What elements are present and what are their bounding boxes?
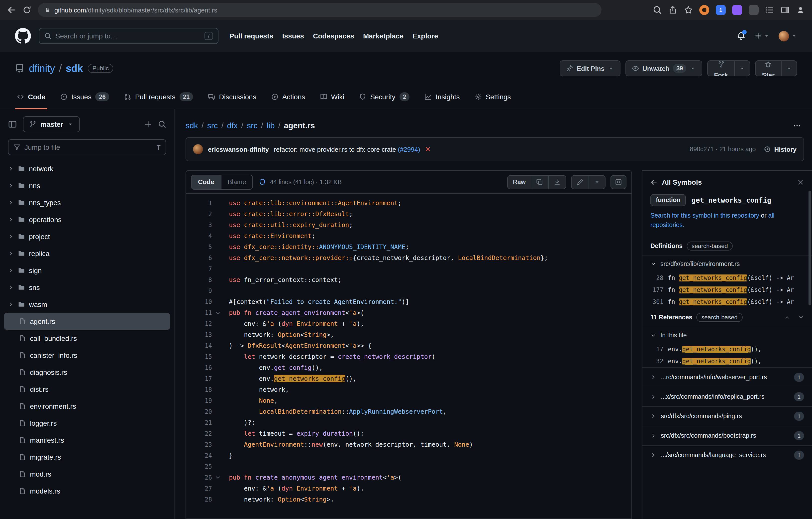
commit-author-avatar[interactable] [193, 144, 203, 154]
tree-folder-sign[interactable]: sign [4, 262, 170, 279]
raw-button[interactable]: Raw [508, 175, 531, 188]
fold-toggle[interactable] [212, 472, 224, 483]
nav-explore[interactable]: Explore [412, 32, 438, 40]
star-dropdown-button[interactable] [781, 60, 797, 76]
nav-marketplace[interactable]: Marketplace [363, 32, 404, 40]
repo-owner-link[interactable]: dfinity [29, 63, 55, 74]
refresh-icon[interactable] [23, 5, 31, 15]
edit-dropdown-button[interactable] [588, 175, 605, 188]
breadcrumb-link-src[interactable]: src [247, 121, 258, 130]
global-search[interactable]: / [39, 28, 219, 44]
definition-row[interactable]: 28fn get_networks_config(&self) -> Ar [642, 272, 812, 284]
tab-code[interactable]: Code [11, 85, 51, 109]
tab-wiki[interactable]: Wiki [314, 85, 350, 109]
line-number[interactable]: 15 [186, 351, 212, 362]
commit-sha-time[interactable]: 890c271 · 21 hours ago [690, 146, 756, 153]
line-number[interactable]: 2 [186, 209, 212, 220]
commit-author[interactable]: ericswanson-dfinity [208, 145, 269, 153]
nav-codespaces[interactable]: Codespaces [313, 32, 354, 40]
commit-message[interactable]: refactor: move provider.rs to dfx-core c… [274, 145, 420, 153]
tree-folder-nns[interactable]: nns [4, 177, 170, 194]
tree-file-mod-rs[interactable]: mod.rs [4, 466, 170, 483]
tree-file-canister-info-rs[interactable]: canister_info.rs [4, 347, 170, 364]
collapse-panel-icon[interactable] [8, 120, 17, 129]
share-icon[interactable] [668, 5, 677, 15]
tab-security[interactable]: Security2 [353, 85, 416, 109]
history-button[interactable]: History [764, 145, 796, 153]
tree-file-diagnosis-rs[interactable]: diagnosis.rs [4, 364, 170, 381]
line-number[interactable]: 18 [186, 384, 212, 395]
file-reference-row[interactable]: .../src/commands/language_service.rs1 [642, 445, 812, 465]
tree-file-manifest-rs[interactable]: manifest.rs [4, 432, 170, 448]
reference-row[interactable]: 32env.get_networks_config(), [642, 355, 812, 367]
search-input[interactable] [55, 32, 201, 40]
edit-button[interactable] [572, 175, 588, 188]
download-button[interactable] [548, 175, 566, 188]
extension-icon-orange[interactable] [699, 5, 709, 15]
line-number[interactable]: 5 [186, 242, 212, 252]
tree-folder-network[interactable]: network [4, 160, 170, 177]
line-number[interactable]: 20 [186, 406, 212, 417]
extension-icon-purple[interactable] [732, 5, 742, 15]
extension-icon-blue[interactable]: 1 [716, 5, 726, 15]
nav-issues[interactable]: Issues [282, 32, 304, 40]
tab-insights[interactable]: Insights [419, 85, 466, 109]
file-reference-row[interactable]: src/dfx/src/commands/bootstrap.rs1 [642, 426, 812, 445]
url-bar[interactable]: github.com/dfinity/sdk/blob/master/src/d… [38, 3, 602, 17]
tab-settings[interactable]: Settings [469, 85, 517, 109]
tab-discussions[interactable]: Discussions [202, 85, 262, 109]
edit-pins-button[interactable]: Edit Pins [560, 60, 620, 76]
fork-dropdown-button[interactable] [734, 60, 750, 76]
line-number[interactable]: 13 [186, 329, 212, 340]
in-this-file-group[interactable]: In this file [642, 327, 812, 343]
file-reference-row[interactable]: src/dfx/src/commands/ping.rs1 [642, 406, 812, 426]
kebab-menu-icon[interactable] [793, 122, 801, 130]
reference-row[interactable]: 17env.get_networks_config(), [642, 343, 812, 355]
definition-row[interactable]: 177fn get_networks_config(&self) -> Ar [642, 284, 812, 296]
reading-list-icon[interactable] [765, 5, 774, 15]
jump-to-file-input[interactable] [24, 143, 153, 151]
user-menu[interactable] [779, 31, 797, 41]
github-logo-icon[interactable] [15, 28, 31, 44]
nav-pull-requests[interactable]: Pull requests [229, 32, 273, 40]
breadcrumb-link-src[interactable]: src [207, 121, 218, 130]
create-new-button[interactable] [755, 32, 770, 39]
tree-file-agent-rs[interactable]: agent.rs [4, 313, 170, 330]
tree-folder-operations[interactable]: operations [4, 211, 170, 228]
fold-toggle[interactable] [212, 307, 224, 319]
notifications-bell-icon[interactable] [737, 31, 746, 40]
repo-name-link[interactable]: sdk [66, 63, 83, 74]
line-number[interactable]: 24 [186, 450, 212, 461]
tab-blame-view[interactable]: Blame [221, 175, 253, 189]
tree-file-environment-rs[interactable]: environment.rs [4, 398, 170, 415]
back-arrow-icon[interactable] [650, 179, 657, 186]
file-reference-row[interactable]: ...rc/commands/info/webserver_port.rs1 [642, 367, 812, 387]
status-failed-x-icon[interactable] [425, 146, 431, 152]
line-number[interactable]: 4 [186, 230, 212, 242]
line-number[interactable]: 16 [186, 362, 212, 373]
line-number[interactable]: 26 [186, 472, 212, 483]
tree-file-models-rs[interactable]: models.rs [4, 483, 170, 499]
star-button[interactable]: Star 98 [755, 60, 782, 76]
tab-actions[interactable]: Actions [265, 85, 311, 109]
line-number[interactable]: 6 [186, 252, 212, 264]
tree-folder-nns-types[interactable]: nns_types [4, 194, 170, 211]
line-number[interactable]: 9 [186, 285, 212, 296]
search-in-repository-link[interactable]: Search for this symbol in this repositor… [650, 212, 759, 219]
branch-selector[interactable]: master [23, 116, 80, 132]
copy-button[interactable] [531, 175, 548, 188]
tree-folder-project[interactable]: project [4, 228, 170, 245]
tree-file-logger-rs[interactable]: logger.rs [4, 415, 170, 432]
profile-icon[interactable] [796, 5, 805, 15]
unwatch-button[interactable]: Unwatch 39 [626, 60, 702, 76]
line-number[interactable]: 14 [186, 340, 212, 351]
breadcrumb-link-lib[interactable]: lib [267, 121, 274, 130]
symbols-panel-toggle[interactable] [610, 175, 627, 189]
tree-file-call-bundled-rs[interactable]: call_bundled.rs [4, 330, 170, 347]
zoom-icon[interactable] [653, 5, 662, 15]
tab-issues[interactable]: Issues26 [54, 85, 115, 109]
line-number[interactable]: 7 [186, 264, 212, 274]
line-number[interactable]: 11 [186, 307, 212, 319]
back-icon[interactable] [7, 5, 16, 15]
line-number[interactable]: 12 [186, 319, 212, 329]
